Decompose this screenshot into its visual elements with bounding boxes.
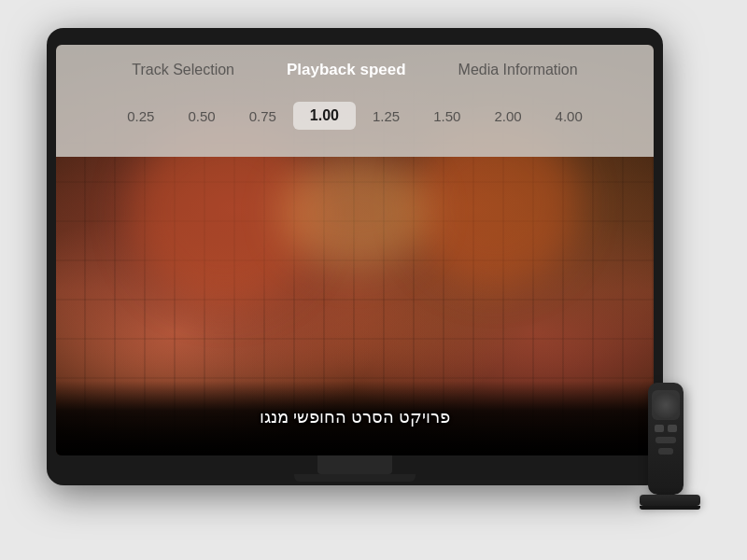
speed-0-25[interactable]: 0.25 bbox=[110, 103, 171, 130]
remote-play-btn[interactable] bbox=[658, 448, 673, 455]
speed-4-00[interactable]: 4.00 bbox=[539, 103, 599, 130]
speed-2-00[interactable]: 2.00 bbox=[477, 103, 538, 130]
tv-screen: פרויקט הסרט החופשי מנגו Track Selection … bbox=[56, 45, 654, 455]
speed-1-25[interactable]: 1.25 bbox=[356, 103, 416, 130]
speed-0-50[interactable]: 0.50 bbox=[171, 103, 232, 130]
remote-touchpad[interactable] bbox=[653, 392, 679, 418]
tab-playback-speed[interactable]: Playback speed bbox=[261, 45, 432, 95]
menu-overlay: Track Selection Playback speed Media Inf… bbox=[56, 45, 654, 157]
apple-tv-box bbox=[640, 495, 700, 506]
remote-menu-btn[interactable] bbox=[655, 437, 676, 443]
speed-1-50[interactable]: 1.50 bbox=[416, 103, 477, 130]
tab-row: Track Selection Playback speed Media Inf… bbox=[56, 45, 654, 95]
subtitle: פרויקט הסרט החופשי מנגו bbox=[56, 407, 654, 427]
tab-media-information[interactable]: Media Information bbox=[432, 45, 604, 95]
scene: פרויקט הסרט החופשי מנגו Track Selection … bbox=[0, 0, 747, 560]
tv-body: פרויקט הסרט החופשי מנגו Track Selection … bbox=[47, 28, 663, 485]
tab-track-selection[interactable]: Track Selection bbox=[106, 45, 261, 95]
remote-btn-1[interactable] bbox=[655, 425, 664, 432]
remote-top-area bbox=[652, 390, 680, 420]
speed-0-75[interactable]: 0.75 bbox=[233, 103, 293, 130]
tv-stand-base bbox=[294, 474, 416, 482]
remote-buttons-row1 bbox=[655, 425, 677, 432]
apple-tv-remote bbox=[648, 383, 684, 495]
speed-1-00[interactable]: 1.00 bbox=[293, 102, 356, 130]
speed-row: 0.25 0.50 0.75 1.00 1.25 1.50 2.00 4.00 bbox=[56, 95, 654, 136]
remote-btn-2[interactable] bbox=[668, 425, 677, 432]
tv-stand bbox=[317, 455, 392, 474]
